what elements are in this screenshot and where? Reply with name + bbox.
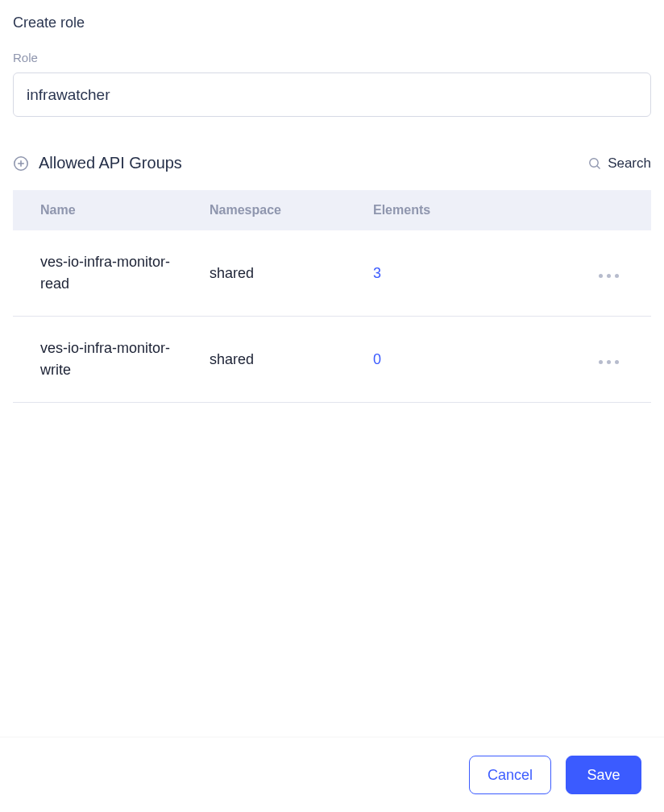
svg-line-4	[597, 166, 600, 169]
cell-elements[interactable]: 0	[369, 317, 530, 403]
page-title: Create role	[13, 14, 651, 31]
column-header-actions	[530, 190, 651, 230]
add-circle-icon[interactable]	[13, 155, 29, 172]
role-input[interactable]	[13, 72, 651, 117]
svg-point-3	[590, 158, 598, 166]
save-button[interactable]: Save	[566, 756, 641, 794]
search-label: Search	[608, 155, 651, 172]
more-icon[interactable]	[599, 274, 619, 278]
table-row: ves-io-infra-monitor-write shared 0	[13, 317, 651, 403]
api-groups-title: Allowed API Groups	[39, 154, 182, 172]
cell-name: ves-io-infra-monitor-write	[13, 317, 193, 403]
search-icon	[588, 157, 601, 170]
cell-namespace: shared	[193, 317, 369, 403]
cell-name: ves-io-infra-monitor-read	[13, 230, 193, 317]
table-row: ves-io-infra-monitor-read shared 3	[13, 230, 651, 317]
search-button[interactable]: Search	[588, 155, 651, 172]
cell-namespace: shared	[193, 230, 369, 317]
cell-elements[interactable]: 3	[369, 230, 530, 317]
column-header-namespace: Namespace	[193, 190, 369, 230]
api-groups-table: Name Namespace Elements ves-io-infra-mon…	[13, 190, 651, 403]
column-header-elements: Elements	[369, 190, 530, 230]
cancel-button[interactable]: Cancel	[469, 756, 551, 794]
footer: Cancel Save	[0, 737, 664, 812]
role-field-label: Role	[13, 51, 651, 64]
column-header-name: Name	[13, 190, 193, 230]
more-icon[interactable]	[599, 360, 619, 364]
